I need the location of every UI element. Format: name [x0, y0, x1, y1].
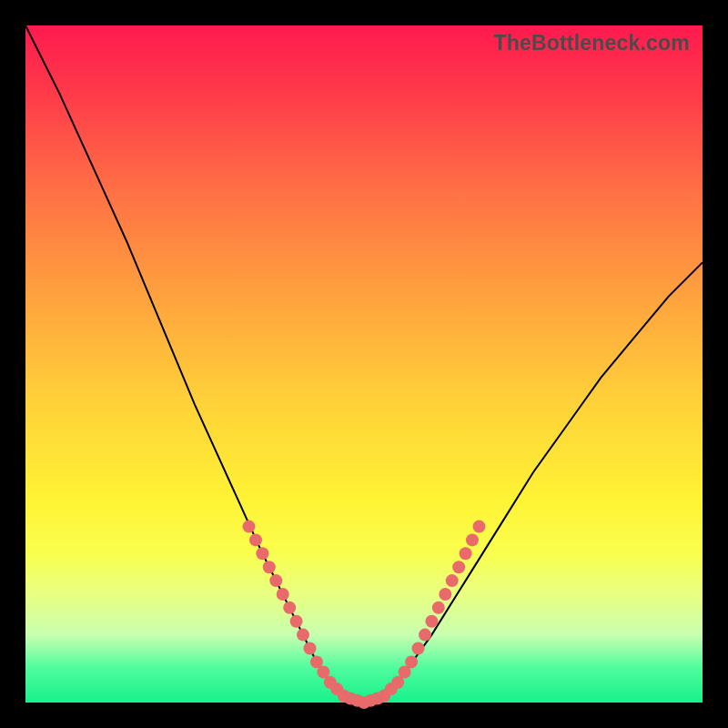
data-point	[425, 615, 438, 628]
chart-frame: TheBottleneck.com	[0, 0, 728, 728]
bottleneck-curve	[25, 25, 703, 703]
data-point	[432, 602, 445, 614]
chart-plot-area: TheBottleneck.com	[25, 25, 703, 703]
chart-svg	[25, 25, 703, 703]
data-point	[249, 533, 262, 546]
data-point	[256, 547, 268, 560]
data-point	[473, 521, 486, 533]
data-point	[243, 521, 256, 533]
data-point	[419, 629, 431, 642]
data-point	[460, 547, 472, 560]
data-point	[277, 588, 289, 601]
data-point	[297, 629, 309, 642]
data-point	[439, 588, 451, 601]
data-point	[269, 574, 282, 587]
data-point	[452, 561, 465, 573]
data-point	[405, 655, 418, 668]
data-point	[290, 615, 303, 628]
data-point	[412, 642, 425, 655]
data-point	[466, 533, 479, 546]
data-point	[304, 642, 317, 655]
data-point	[263, 561, 276, 573]
data-point	[446, 574, 459, 587]
data-point	[283, 602, 296, 614]
